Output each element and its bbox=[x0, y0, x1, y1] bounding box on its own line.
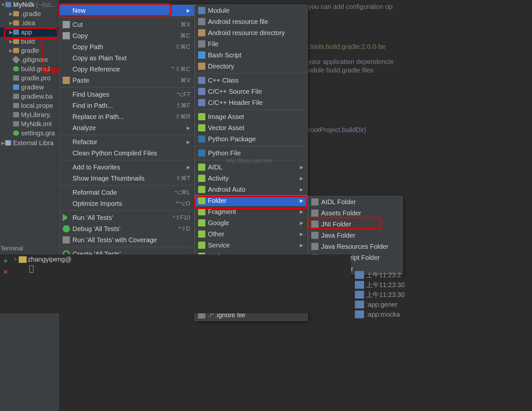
menu-item-vector-asset[interactable]: Vector Asset bbox=[195, 122, 307, 133]
menu-item-label: Android resource file bbox=[208, 18, 303, 26]
menu-item-shortcut: ⌘X bbox=[180, 21, 190, 28]
menu-item-c-class[interactable]: C++ Class bbox=[195, 75, 307, 86]
menu-item-label: C++ Class bbox=[208, 77, 303, 84]
menu-item-debug-all-tests-[interactable]: Debug 'All Tests'^⇧D bbox=[59, 223, 194, 234]
menu-item-assets-folder[interactable]: Assets Folder bbox=[308, 207, 402, 219]
menu-item-add-to-favorites[interactable]: Add to Favorites▶ bbox=[59, 162, 194, 173]
menu-item-shortcut: ⌘V bbox=[180, 77, 190, 84]
tree-arrow-icon[interactable]: ▶ bbox=[9, 39, 13, 44]
blank-icon bbox=[63, 54, 70, 62]
menu-item-android-auto[interactable]: Android Auto▶ bbox=[195, 184, 307, 195]
tree-arrow-icon[interactable]: ▶ bbox=[1, 140, 5, 146]
tree-item-MyLibrary[interactable]: MyLibrary. bbox=[0, 110, 59, 119]
menu-item-jni-folder[interactable]: JNI Folder bbox=[308, 219, 402, 230]
log-row[interactable]: 上午11:23:30 bbox=[355, 290, 532, 300]
watermark-text: http://blog.csdn.net/ bbox=[226, 158, 272, 164]
terminal-tab[interactable]: + zhangyipeng@ bbox=[14, 256, 72, 263]
menu-item-label: Image Asset bbox=[208, 113, 303, 121]
menu-item-replace-in-path-[interactable]: Replace in Path...⇧⌘R bbox=[59, 111, 194, 122]
file-icon bbox=[13, 103, 19, 108]
submenu-arrow-icon: ▶ bbox=[300, 187, 303, 192]
menu-item-label: Python File bbox=[208, 149, 303, 157]
blank-icon bbox=[63, 91, 70, 98]
menu-item-analyze[interactable]: Analyze▶ bbox=[59, 122, 194, 133]
terminal-panel[interactable] bbox=[0, 254, 351, 313]
folder-icon bbox=[198, 29, 205, 36]
menu-item-service[interactable]: Service▶ bbox=[195, 240, 307, 251]
tree-arrow-icon[interactable]: ▼ bbox=[1, 2, 5, 7]
terminal-close-icon[interactable]: × bbox=[1, 267, 10, 275]
external-libraries-label[interactable]: External Libra bbox=[13, 139, 53, 147]
menu-item-c-c-source-file[interactable]: C/C++ Source File bbox=[195, 86, 307, 97]
log-row[interactable]: 上午11:23:2 bbox=[355, 270, 532, 280]
tree-item-gradlepro[interactable]: gradle.pro bbox=[0, 73, 59, 83]
menu-item-find-in-path-[interactable]: Find in Path...⇧⌘F bbox=[59, 100, 194, 111]
menu-item-show-image-thumbnails[interactable]: Show Image Thumbnails⇧⌘T bbox=[59, 173, 194, 184]
terminal-tool-label[interactable]: Terminal bbox=[1, 245, 23, 252]
menu-item-reformat-code[interactable]: Reformat Code⌥⌘L bbox=[59, 187, 194, 198]
log-text: 上午11:23:30 bbox=[366, 290, 405, 300]
submenu-arrow-icon: ▶ bbox=[300, 243, 303, 248]
menu-item-android-resource-file[interactable]: Android resource file bbox=[195, 16, 307, 27]
terminal-add-icon[interactable]: + bbox=[1, 256, 10, 264]
menu-item-c-c-header-file[interactable]: C/C++ Header File bbox=[195, 97, 307, 108]
tree-arrow-icon[interactable]: ▶ bbox=[9, 20, 13, 26]
menu-item-shortcut: ⇧⌘C bbox=[175, 43, 190, 50]
tree-item-gradlew[interactable]: gradlew bbox=[0, 83, 59, 92]
menu-item-module[interactable]: Module bbox=[195, 5, 307, 16]
menu-item-android-resource-directory[interactable]: Android resource directory bbox=[195, 27, 307, 38]
menu-item-folder[interactable]: Folder▶ bbox=[195, 195, 307, 206]
menu-item-run-all-tests-[interactable]: Run 'All Tests'^⇧F10 bbox=[59, 212, 194, 223]
log-row[interactable]: 上午11:23:30 bbox=[355, 280, 532, 290]
menu-item-label: Add to Favorites bbox=[72, 164, 184, 171]
menu-item-new[interactable]: New▶ bbox=[59, 5, 194, 16]
tree-item-gradle[interactable]: ▶gradle bbox=[0, 46, 59, 55]
menu-item-fragment[interactable]: Fragment▶ bbox=[195, 206, 307, 217]
menu-item-file[interactable]: File bbox=[195, 38, 307, 49]
menu-item-cut[interactable]: Cut⌘X bbox=[59, 19, 194, 30]
menu-item-clean-python-compiled-files[interactable]: Clean Python Compiled Files bbox=[59, 147, 194, 159]
tree-item-gradle[interactable]: ▶.gradle bbox=[0, 9, 59, 18]
tree-arrow-icon[interactable]: ▶ bbox=[9, 29, 13, 35]
menu-item-image-asset[interactable]: Image Asset bbox=[195, 111, 307, 122]
menu-item-copy-reference[interactable]: Copy Reference⌃⇧⌘C bbox=[59, 64, 194, 75]
tree-item-localprope[interactable]: local.prope bbox=[0, 101, 59, 110]
menu-item-paste[interactable]: Paste⌘V bbox=[59, 75, 194, 86]
log-icon bbox=[355, 301, 364, 308]
menu-item-aidl-folder[interactable]: AIDL Folder bbox=[308, 196, 402, 207]
submenu-arrow-icon: ▶ bbox=[187, 125, 190, 130]
menu-item-python-file[interactable]: Python File bbox=[195, 147, 307, 159]
menu-item-run-all-tests-with-coverage[interactable]: Run 'All Tests' with Coverage bbox=[59, 234, 194, 245]
menu-item-refactor[interactable]: Refactor▶ bbox=[59, 136, 194, 147]
tree-item-idea[interactable]: ▶.idea bbox=[0, 18, 59, 28]
menu-item-copy-path[interactable]: Copy Path⇧⌘C bbox=[59, 41, 194, 52]
tree-item-app[interactable]: ▶app bbox=[0, 28, 59, 37]
menu-separator bbox=[59, 185, 194, 186]
tree-item-MyNdkiml[interactable]: MyNdk.iml bbox=[0, 119, 59, 128]
menu-item-find-usages[interactable]: Find Usages⌥F7 bbox=[59, 89, 194, 100]
menu-item-optimize-imports[interactable]: Optimize Imports^⌥O bbox=[59, 198, 194, 209]
tree-item-gitignore[interactable]: .gitignore bbox=[0, 55, 59, 64]
menu-item-activity[interactable]: Activity▶ bbox=[195, 173, 307, 184]
menu-item-directory[interactable]: Directory bbox=[195, 61, 307, 72]
tree-item-gradlewba[interactable]: gradlew.ba bbox=[0, 92, 59, 101]
menu-item-java-resources-folder[interactable]: Java Resources Folder bbox=[308, 241, 402, 252]
tree-arrow-icon[interactable]: ▶ bbox=[9, 48, 13, 53]
menu-item-copy-as-plain-text[interactable]: Copy as Plain Text bbox=[59, 52, 194, 64]
build-log-panel[interactable]: 上午11:23:2上午11:23:30上午11:23:30:app:gener:… bbox=[355, 270, 532, 319]
menu-item-other[interactable]: Other▶ bbox=[195, 228, 307, 240]
tree-arrow-icon[interactable]: ▶ bbox=[9, 11, 13, 16]
file-icon bbox=[13, 75, 19, 81]
log-row[interactable]: :app:gener bbox=[355, 300, 532, 309]
menu-item-java-folder[interactable]: Java Folder bbox=[308, 230, 402, 241]
menu-item-bash-script[interactable]: Bash Script bbox=[195, 49, 307, 61]
menu-item-google[interactable]: Google▶ bbox=[195, 217, 307, 228]
paste-icon bbox=[63, 77, 70, 84]
menu-item-copy[interactable]: Copy⌘C bbox=[59, 30, 194, 41]
project-root-label[interactable]: MyNdk bbox=[13, 1, 35, 9]
project-tree-panel[interactable]: ▼ MyNdk (~/co... ▶.gradle▶.idea▶app▶buil… bbox=[0, 0, 59, 243]
tree-item-settingsgra[interactable]: settings.gra bbox=[0, 128, 59, 138]
log-row[interactable]: :app:mocka bbox=[355, 309, 532, 319]
menu-item-python-package[interactable]: Python Package bbox=[195, 133, 307, 145]
tree-item-build[interactable]: ▶build bbox=[0, 37, 59, 46]
